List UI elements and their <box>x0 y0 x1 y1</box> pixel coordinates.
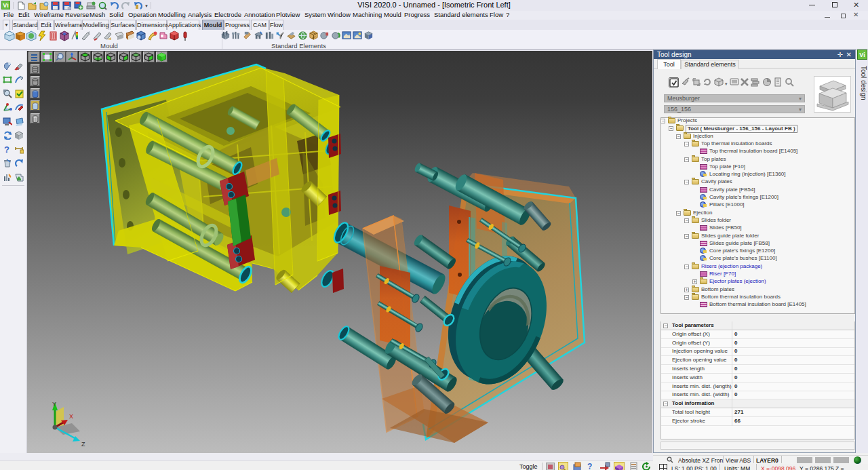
svg-text:X: X <box>69 413 73 420</box>
svg-text:Z: Z <box>81 441 85 448</box>
svg-text:Y: Y <box>52 401 56 408</box>
svg-text:?: ? <box>4 144 9 154</box>
